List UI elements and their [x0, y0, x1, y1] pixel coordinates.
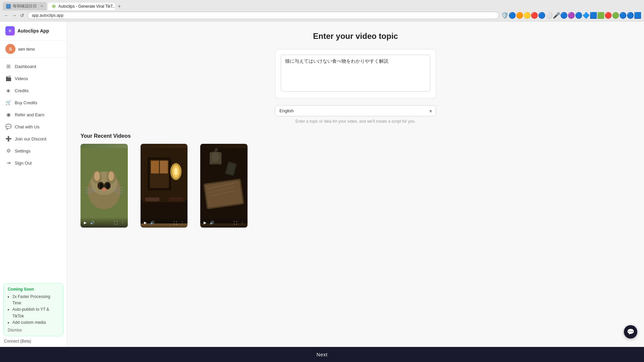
address-bar[interactable]: app.autoclips.app — [28, 12, 499, 19]
avatar-initial: S — [9, 47, 12, 52]
sidebar-item-buy-credits[interactable]: 🛒 Buy Credits — [0, 97, 67, 109]
sidebar-item-refer-earn[interactable]: ◉ Refer and Earn — [0, 109, 67, 121]
svg-rect-29 — [169, 197, 183, 201]
sidebar-label-signout: Sign Out — [15, 161, 32, 166]
sidebar-label-dashboard: Dashboard — [15, 64, 36, 69]
next-button[interactable]: Next — [317, 352, 328, 357]
sidebar-item-videos[interactable]: 🎬 Videos — [0, 72, 67, 84]
address-bar-row: ← → ↺ app.autoclips.app 🛡️🔵🟠🟡🔴🔵⚪🎤🔵🟣🔵🔷🟦🟩🔴… — [3, 12, 641, 19]
buy-credits-icon: 🛒 — [5, 100, 11, 106]
play-button-2[interactable]: ▶ — [143, 220, 147, 226]
sidebar-bottom: Coming Soon 2x Faster Processing Time Au… — [0, 280, 67, 347]
svg-rect-21 — [151, 161, 159, 173]
page-title: Enter your video topic — [80, 32, 631, 41]
refer-earn-icon: ◉ — [5, 112, 11, 118]
fullscreen-button-1[interactable]: ⛶ — [113, 220, 118, 226]
tab-inactive[interactable]: 每朝確認目目 ✕ — [3, 2, 47, 10]
sidebar-item-signout[interactable]: ⇥ Sign Out — [0, 157, 67, 169]
language-select-wrapper: English Japanese Spanish French German ▾ — [275, 105, 436, 116]
sidebar-label-buy-credits: Buy Credits — [15, 100, 37, 105]
new-tab-button[interactable]: + — [116, 3, 122, 9]
video-controls-2: ▶ 🔊 ⛶ ⋮ — [141, 217, 188, 228]
volume-button-3[interactable]: 🔊 — [209, 220, 215, 226]
svg-rect-34 — [205, 180, 243, 208]
volume-button-2[interactable]: 🔊 — [149, 220, 155, 226]
sidebar-item-dashboard[interactable]: ⊞ Dashboard — [0, 60, 67, 72]
sidebar: ✳ Autoclips App S sen teno ⊞ Dashboard 🎬… — [0, 21, 67, 347]
tab-close-1[interactable]: ✕ — [40, 4, 43, 8]
sidebar-nav: ⊞ Dashboard 🎬 Videos ◈ Credits 🛒 Buy Cre… — [0, 58, 67, 280]
user-name: sen teno — [18, 47, 35, 52]
sidebar-label-refer-earn: Refer and Earn — [15, 112, 44, 117]
volume-button-1[interactable]: 🔊 — [89, 220, 95, 226]
more-button-3[interactable]: ⋮ — [240, 220, 245, 226]
topic-textarea[interactable] — [281, 55, 430, 92]
app-layout: ✳ Autoclips App S sen teno ⊞ Dashboard 🎬… — [0, 21, 644, 347]
video-card-2: ▶ 🔊 ⛶ ⋮ — [141, 144, 188, 228]
coming-soon-box: Coming Soon 2x Faster Processing Time Au… — [3, 283, 63, 336]
tab-label-1: 每朝確認目目 — [13, 3, 37, 9]
app-name: Autoclips App — [17, 28, 49, 34]
book-thumbnail — [200, 144, 248, 228]
videos-grid: ▶ 🔊 ⛶ ⋮ — [80, 144, 255, 228]
play-button-3[interactable]: ▶ — [203, 220, 207, 226]
connect-beta-link[interactable]: Connect (Beta) — [3, 336, 63, 344]
videos-icon: 🎬 — [5, 75, 11, 81]
reload-button[interactable]: ↺ — [19, 12, 25, 19]
back-button[interactable]: ← — [3, 12, 10, 19]
main-content: Enter your video topic English Japanese … — [67, 21, 644, 347]
video-controls-1: ▶ 🔊 ⛶ ⋮ — [80, 217, 128, 228]
more-button-2[interactable]: ⋮ — [180, 220, 185, 226]
tab-active[interactable]: ✳️ Autoclips - Generate Viral TikT... ✕ — [48, 3, 115, 10]
avatar: S — [5, 44, 15, 54]
chat-bubble-icon: 💬 — [627, 328, 634, 336]
sidebar-item-settings[interactable]: ⚙ Settings — [0, 145, 67, 157]
forward-button[interactable]: → — [11, 12, 18, 19]
svg-rect-28 — [145, 197, 159, 201]
settings-icon: ⚙ — [5, 148, 11, 154]
sidebar-label-videos: Videos — [15, 76, 28, 81]
logo-icon: ✳ — [5, 26, 15, 36]
sidebar-label-credits: Credits — [15, 88, 29, 93]
fullscreen-button-2[interactable]: ⛶ — [173, 220, 178, 226]
svg-point-32 — [212, 153, 219, 162]
sidebar-label-discord: Join our Discord — [15, 136, 46, 141]
sidebar-header: ✳ Autoclips App — [0, 21, 67, 41]
svg-point-10 — [106, 183, 109, 188]
chat-icon: 💬 — [5, 124, 11, 130]
tab-favicon-1 — [6, 4, 11, 9]
signout-icon: ⇥ — [5, 160, 11, 166]
dismiss-button[interactable]: Dismiss — [8, 328, 22, 333]
sidebar-item-credits[interactable]: ◈ Credits — [0, 84, 67, 97]
video-card-1: ▶ 🔊 ⛶ ⋮ — [80, 144, 128, 228]
sidebar-item-discord[interactable]: ➕ Join our Discord — [0, 133, 67, 145]
fullscreen-button-3[interactable]: ⛶ — [233, 220, 238, 226]
svg-point-25 — [174, 168, 178, 176]
language-select[interactable]: English Japanese Spanish French German — [275, 105, 436, 116]
recent-videos-title: Your Recent Videos — [80, 133, 631, 139]
browser-chrome: 每朝確認目目 ✕ ✳️ Autoclips - Generate Viral T… — [0, 0, 644, 21]
svg-point-11 — [102, 188, 106, 191]
coming-soon-item-2: Auto-publish to YT & TikTok — [12, 306, 59, 319]
sidebar-item-chat[interactable]: 💬 Chat with Us — [0, 121, 67, 133]
coming-soon-title: Coming Soon — [8, 287, 59, 292]
more-button-1[interactable]: ⋮ — [120, 220, 125, 226]
svg-rect-22 — [160, 161, 168, 173]
chat-bubble-button[interactable]: 💬 — [624, 325, 637, 339]
video-card-3: ▶ 🔊 ⛶ ⋮ — [200, 144, 248, 228]
sidebar-user[interactable]: S sen teno — [0, 41, 67, 58]
sidebar-label-settings: Settings — [15, 148, 31, 154]
svg-point-9 — [100, 183, 103, 188]
svg-point-6 — [108, 172, 114, 181]
dashboard-icon: ⊞ — [5, 63, 11, 69]
nav-buttons: ← → ↺ — [3, 12, 25, 19]
coming-soon-list: 2x Faster Processing Time Auto-publish t… — [8, 294, 59, 326]
address-text: app.autoclips.app — [32, 13, 63, 18]
credits-icon: ◈ — [5, 87, 11, 94]
tab-favicon-2: ✳️ — [51, 4, 56, 9]
browser-tabs: 每朝確認目目 ✕ ✳️ Autoclips - Generate Viral T… — [3, 2, 641, 10]
play-button-1[interactable]: ▶ — [83, 220, 87, 226]
svg-point-5 — [94, 172, 100, 181]
browser-extensions: 🛡️🔵🟠🟡🔴🔵⚪🎤🔵🟣🔵🔷🟦🟩🔴🟢🔵🔵🟦 — [501, 12, 641, 19]
bottom-bar: Next — [0, 347, 644, 362]
